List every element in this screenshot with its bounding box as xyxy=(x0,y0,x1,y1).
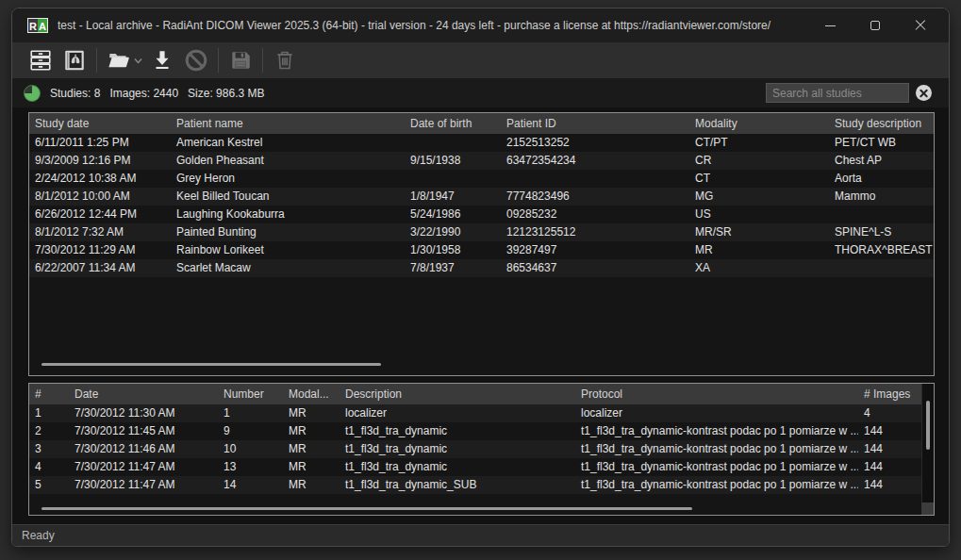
column-header-date-of-birth[interactable]: Date of birth xyxy=(405,113,501,134)
studies-table-panel: Study date Patient name Date of birth Pa… xyxy=(28,112,935,376)
column-header-number-sign[interactable]: # xyxy=(29,384,69,404)
series-row[interactable]: 1 7/30/2012 11:30 AM 1 MR localizer loca… xyxy=(29,404,921,422)
patient-id-cell: 09285232 xyxy=(501,206,689,223)
series-row[interactable]: 3 7/30/2012 11:46 AM 10 MR t1_fl3d_tra_d… xyxy=(29,440,921,458)
study-row[interactable]: 8/1/2012 7:32 AM Painted Bunting 3/22/19… xyxy=(29,223,934,241)
open-folder-button[interactable] xyxy=(102,45,145,75)
series-row[interactable]: 5 7/30/2012 11:47 AM 14 MR t1_fl3d_tra_d… xyxy=(29,476,921,494)
import-download-icon xyxy=(150,48,174,73)
modality-cell: XA xyxy=(689,259,829,277)
toolbar-separator xyxy=(96,48,97,73)
study-row[interactable]: 8/1/2012 10:00 AM Keel Billed Toucan 1/8… xyxy=(29,188,934,206)
column-header-study-description[interactable]: Study description xyxy=(829,113,934,134)
series-image-count-cell: 144 xyxy=(858,476,921,494)
modality-cell: CT xyxy=(689,170,829,188)
study-description-cell: THORAX^BREAST xyxy=(829,241,934,259)
cancel-button[interactable] xyxy=(179,45,213,75)
column-header-modality[interactable]: Modal... xyxy=(283,384,340,404)
window-title: test - Local archive - RadiAnt DICOM Vie… xyxy=(58,19,807,32)
maximize-icon xyxy=(870,21,880,30)
studies-table-header: Study date Patient name Date of birth Pa… xyxy=(29,113,934,134)
delete-button[interactable] xyxy=(268,45,302,75)
study-description-cell: Mammo xyxy=(829,188,934,206)
study-description-cell xyxy=(829,206,934,223)
series-vertical-scrollbar[interactable] xyxy=(921,384,934,515)
title-bar: R A test - Local archive - RadiAnt DICOM… xyxy=(12,8,949,42)
study-row[interactable]: 6/22/2007 11:34 AM Scarlet Macaw 7/8/193… xyxy=(29,259,934,277)
column-header-series-number[interactable]: Number xyxy=(218,384,283,404)
patient-name-cell: Painted Bunting xyxy=(171,223,405,241)
study-date-cell: 8/1/2012 7:32 AM xyxy=(29,223,171,241)
series-row[interactable]: 4 7/30/2012 11:47 AM 13 MR t1_fl3d_tra_d… xyxy=(29,458,921,476)
series-row[interactable]: 2 7/30/2012 11:45 AM 9 MR t1_fl3d_tra_dy… xyxy=(29,422,921,440)
series-number-cell: 13 xyxy=(218,458,283,476)
series-index-cell: 2 xyxy=(29,422,69,440)
import-images-button[interactable] xyxy=(145,45,179,75)
clear-search-icon xyxy=(920,89,928,97)
series-image-count-cell: 144 xyxy=(858,422,921,440)
chevron-down-icon xyxy=(134,58,142,64)
series-number-cell: 1 xyxy=(218,404,283,422)
search-input[interactable] xyxy=(766,83,909,103)
study-date-cell: 2/24/2012 10:38 AM xyxy=(29,170,171,188)
date-of-birth-cell: 1/30/1958 xyxy=(405,241,501,259)
patient-id-cell: 12123125512 xyxy=(501,223,689,241)
series-description-cell: localizer xyxy=(340,404,575,422)
series-horizontal-scrollbar[interactable] xyxy=(41,507,692,510)
column-header-protocol[interactable]: Protocol xyxy=(575,384,858,404)
modality-cell: CT/PT xyxy=(689,134,829,152)
patient-name-cell: Golden Pheasant xyxy=(171,152,405,170)
patient-name-cell: American Kestrel xyxy=(171,134,405,152)
series-description-cell: t1_fl3d_tra_dynamic xyxy=(340,422,575,440)
column-header-date[interactable]: Date xyxy=(69,384,218,404)
series-table-panel: # Date Number Modal... Description Proto… xyxy=(28,383,935,516)
column-header-modality[interactable]: Modality xyxy=(689,113,829,134)
app-logo-letter-a: A xyxy=(38,19,47,32)
modality-cell: MR/SR xyxy=(689,223,829,241)
study-row[interactable]: 2/24/2012 10:38 AM Grey Heron CT Aorta xyxy=(29,170,934,188)
series-protocol-cell: t1_fl3d_tra_dynamic-kontrast podac po 1 … xyxy=(575,422,858,440)
window-controls xyxy=(807,8,943,42)
study-description-cell: Aorta xyxy=(829,170,934,188)
maximize-button[interactable] xyxy=(853,8,898,42)
study-row[interactable]: 6/26/2012 12:44 PM Laughing Kookaburra 5… xyxy=(29,206,934,223)
delete-trash-icon xyxy=(273,48,297,73)
scrollbar-corner xyxy=(921,502,934,515)
column-header-patient-name[interactable]: Patient name xyxy=(171,113,405,134)
modality-cell: US xyxy=(689,206,829,223)
app-window: R A test - Local archive - RadiAnt DICOM… xyxy=(11,8,950,547)
close-button[interactable] xyxy=(898,8,943,42)
summary-size: Size: 986.3 MB xyxy=(188,87,264,100)
main-content: Study date Patient name Date of birth Pa… xyxy=(12,107,949,526)
study-row[interactable]: 6/11/2011 1:25 PM American Kestrel 21525… xyxy=(29,134,934,152)
study-row[interactable]: 7/30/2012 11:29 AM Rainbow Lorikeet 1/30… xyxy=(29,241,934,259)
status-text: Ready xyxy=(22,529,55,542)
series-number-cell: 14 xyxy=(218,476,283,494)
study-date-cell: 6/11/2011 1:25 PM xyxy=(29,134,171,152)
minimize-button[interactable] xyxy=(807,8,853,42)
clear-search-button[interactable] xyxy=(916,85,932,101)
series-index-cell: 1 xyxy=(29,404,69,422)
series-index-cell: 3 xyxy=(29,440,69,458)
modality-cell: MR xyxy=(689,241,829,259)
series-description-cell: t1_fl3d_tra_dynamic xyxy=(340,440,575,458)
studies-horizontal-scrollbar[interactable] xyxy=(41,363,381,366)
column-header-image-count[interactable]: # Images xyxy=(858,384,921,404)
save-button[interactable] xyxy=(224,45,257,75)
patient-id-cell: 2152513252 xyxy=(501,134,689,152)
archive-info-strip: Studies: 8 Images: 2440 Size: 986.3 MB xyxy=(12,78,949,107)
patient-name-cell: Scarlet Macaw xyxy=(171,259,405,277)
study-row[interactable]: 9/3/2009 12:16 PM Golden Pheasant 9/15/1… xyxy=(29,152,934,170)
series-image-count-cell: 144 xyxy=(858,440,921,458)
minimize-icon xyxy=(825,25,836,26)
study-description-cell xyxy=(829,259,934,277)
series-number-cell: 9 xyxy=(218,422,283,440)
series-vertical-scrollbar-thumb[interactable] xyxy=(926,401,930,450)
column-header-description[interactable]: Description xyxy=(340,384,575,404)
column-header-study-date[interactable]: Study date xyxy=(29,113,171,134)
series-image-count-cell: 144 xyxy=(858,458,921,476)
series-description-cell: t1_fl3d_tra_dynamic_SUB xyxy=(340,476,575,494)
open-study-button[interactable] xyxy=(58,45,91,75)
local-archive-button[interactable] xyxy=(24,45,58,75)
column-header-patient-id[interactable]: Patient ID xyxy=(501,113,689,134)
